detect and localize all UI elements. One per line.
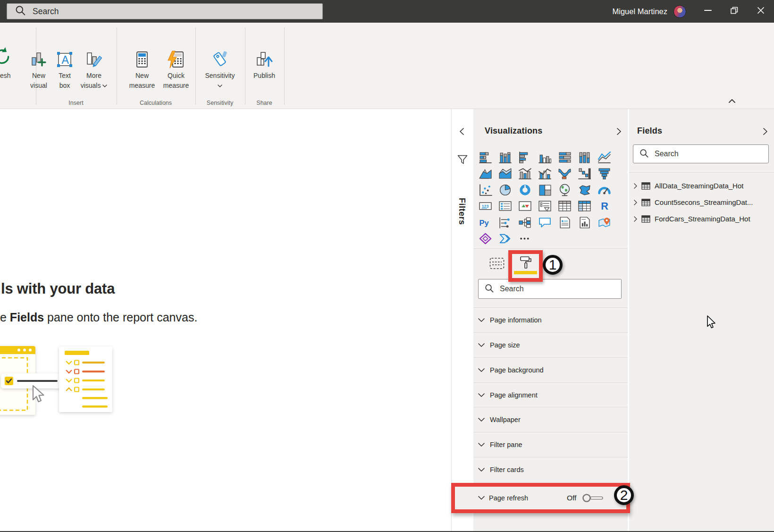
restore-button[interactable] <box>721 0 748 23</box>
paginated-report-icon[interactable] <box>578 216 591 229</box>
format-page-tab[interactable] <box>508 250 543 282</box>
line-chart-icon[interactable] <box>597 151 611 164</box>
build-visual-tab[interactable] <box>489 257 505 270</box>
format-section-page-size[interactable]: Page size <box>473 332 628 357</box>
format-section-wallpaper[interactable]: Wallpaper <box>473 407 628 432</box>
format-search-box[interactable] <box>478 279 622 299</box>
chevron-right-icon[interactable] <box>634 200 637 205</box>
qa-visual-icon[interactable] <box>538 216 552 229</box>
group-separator <box>284 27 285 105</box>
restore-icon <box>730 6 739 17</box>
table-icon <box>641 215 650 223</box>
signed-in-user[interactable]: Miguel Martinez <box>613 7 667 16</box>
sensitivity-button[interactable]: Sensitivity <box>203 44 237 91</box>
chevron-down-icon <box>478 318 485 322</box>
waterfall-chart-icon[interactable] <box>578 167 591 180</box>
card-icon[interactable]: 123 <box>479 200 492 212</box>
table-row[interactable]: AllData_StreamingData_Hot <box>629 177 774 194</box>
search-icon <box>485 284 494 295</box>
chevron-right-icon[interactable] <box>634 183 637 189</box>
filters-rail-label[interactable]: Filters <box>457 198 467 225</box>
scatter-chart-icon[interactable] <box>479 184 492 196</box>
chevron-down-icon <box>478 468 485 472</box>
format-section-filter-pane[interactable]: Filter pane <box>473 432 628 457</box>
more-visuals-button[interactable]: More visuals <box>77 44 111 91</box>
format-section-page-information[interactable]: Page information <box>473 307 628 332</box>
search-icon <box>639 149 648 160</box>
decomposition-tree-icon[interactable] <box>518 216 532 229</box>
treemap-icon[interactable] <box>538 184 552 196</box>
new-measure-button[interactable]: New measure <box>125 44 159 91</box>
gauge-icon[interactable] <box>597 184 611 196</box>
minimize-button[interactable] <box>695 0 721 23</box>
get-more-visuals-icon[interactable] <box>518 232 532 245</box>
fields-search-box[interactable] <box>633 144 769 163</box>
table-icon <box>641 199 650 206</box>
slicer-icon[interactable] <box>538 200 552 212</box>
area-chart-icon[interactable] <box>479 167 492 180</box>
expand-filters-icon[interactable] <box>460 128 464 137</box>
clustered-column-chart-icon[interactable] <box>538 151 552 164</box>
donut-chart-icon[interactable] <box>518 184 532 196</box>
avatar[interactable] <box>673 5 686 18</box>
matrix-icon[interactable] <box>578 200 591 212</box>
map-icon[interactable] <box>558 184 572 196</box>
format-section-page-alignment[interactable]: Page alignment <box>473 382 628 407</box>
line-and-stacked-column-chart-icon[interactable] <box>518 167 532 180</box>
python-visual-icon[interactable]: Py <box>479 216 492 229</box>
pie-chart-icon[interactable] <box>498 184 512 196</box>
chevron-right-icon[interactable] <box>634 216 637 222</box>
active-tab-underline <box>514 271 537 274</box>
divider <box>629 172 774 173</box>
collapse-visualizations-icon[interactable] <box>617 128 621 137</box>
group-separator <box>245 27 245 105</box>
power-apps-icon[interactable] <box>479 232 492 245</box>
line-and-clustered-column-chart-icon[interactable] <box>538 167 552 180</box>
collapse-ribbon-icon[interactable] <box>729 97 735 105</box>
quick-measure-button[interactable]: Quick measure <box>159 44 193 91</box>
key-influencers-icon[interactable] <box>498 216 512 229</box>
page-refresh-section[interactable]: Page refresh <box>489 494 528 502</box>
group-label-calculations: Calculations <box>127 100 184 106</box>
stacked-column-chart-icon[interactable] <box>498 151 512 164</box>
arcgis-map-icon[interactable] <box>597 216 611 229</box>
button-label: New <box>125 71 159 81</box>
format-section-filter-cards[interactable]: Filter cards <box>473 457 628 482</box>
hundred-stacked-column-chart-icon[interactable] <box>578 151 591 164</box>
clustered-bar-chart-icon[interactable] <box>518 151 532 164</box>
filled-map-icon[interactable] <box>578 184 591 196</box>
table-row[interactable]: FordCars_StreamingData_Hot <box>629 211 774 227</box>
multi-row-card-icon[interactable] <box>498 200 512 212</box>
close-button[interactable] <box>748 0 774 23</box>
smart-narrative-icon[interactable] <box>558 216 572 229</box>
publish-button[interactable]: Publish <box>247 44 281 81</box>
table-name: AllData_StreamingData_Hot <box>655 182 743 190</box>
section-label: Page background <box>490 366 544 374</box>
table-row[interactable]: Count5secons_StreamingDat... <box>629 194 774 211</box>
report-canvas[interactable]: ls with your data e Fields pane onto the… <box>0 109 451 531</box>
ribbon-chart-icon[interactable] <box>558 167 572 180</box>
page-refresh-toggle[interactable] <box>582 493 604 503</box>
titlebar-search-box[interactable] <box>7 3 323 19</box>
stacked-area-chart-icon[interactable] <box>498 167 512 180</box>
power-automate-icon[interactable] <box>498 232 512 245</box>
filter-funnel-icon[interactable] <box>457 154 468 167</box>
kpi-icon[interactable] <box>518 200 532 212</box>
fields-search-input[interactable] <box>654 149 768 159</box>
collapse-fields-icon[interactable] <box>763 128 767 137</box>
hundred-stacked-bar-chart-icon[interactable] <box>558 151 572 164</box>
format-section-page-background[interactable]: Page background <box>473 357 628 382</box>
format-search-input[interactable] <box>499 284 621 294</box>
funnel-chart-icon[interactable] <box>597 167 611 180</box>
stacked-bar-chart-icon[interactable] <box>479 151 492 164</box>
quick-measure-icon <box>159 44 193 69</box>
titlebar-search-input[interactable] <box>32 6 322 17</box>
refresh-icon <box>0 46 12 68</box>
group-label-share: Share <box>236 100 293 106</box>
r-script-visual-icon[interactable]: R <box>597 200 611 212</box>
table-icon[interactable] <box>558 200 572 212</box>
table-name: Count5secons_StreamingDat... <box>655 198 753 206</box>
refresh-button[interactable]: esh <box>0 72 11 79</box>
chevron-down-icon[interactable] <box>478 496 485 500</box>
chevron-down-icon <box>478 443 485 447</box>
